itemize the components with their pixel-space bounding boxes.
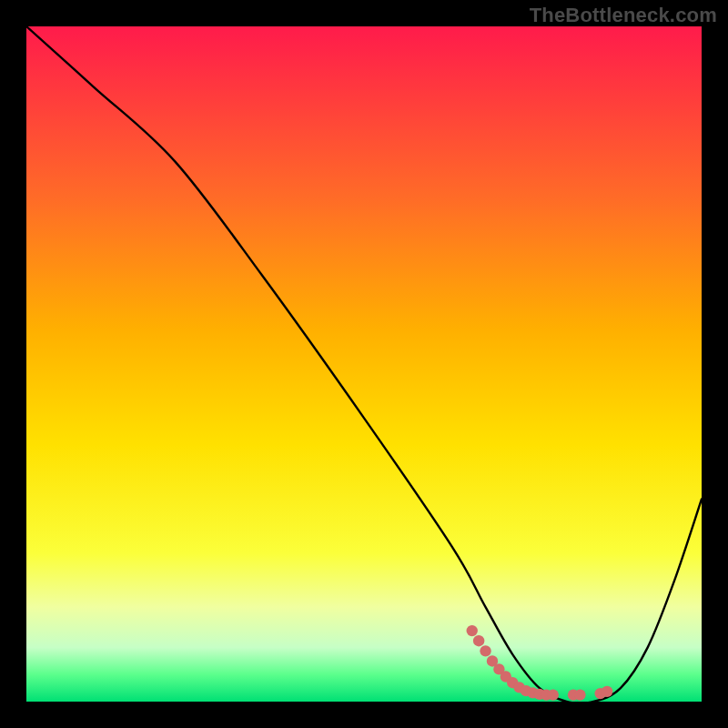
watermark-text: TheBottleneck.com (530, 4, 717, 27)
accent-dot (473, 635, 484, 646)
chart-frame: TheBottleneck.com (0, 0, 728, 728)
accent-dot (467, 625, 478, 636)
accent-dot (602, 686, 612, 697)
accent-dot (480, 645, 490, 656)
chart-canvas (26, 26, 702, 702)
plot-background (26, 26, 702, 702)
accent-dot (548, 689, 559, 700)
accent-dot (574, 689, 585, 700)
